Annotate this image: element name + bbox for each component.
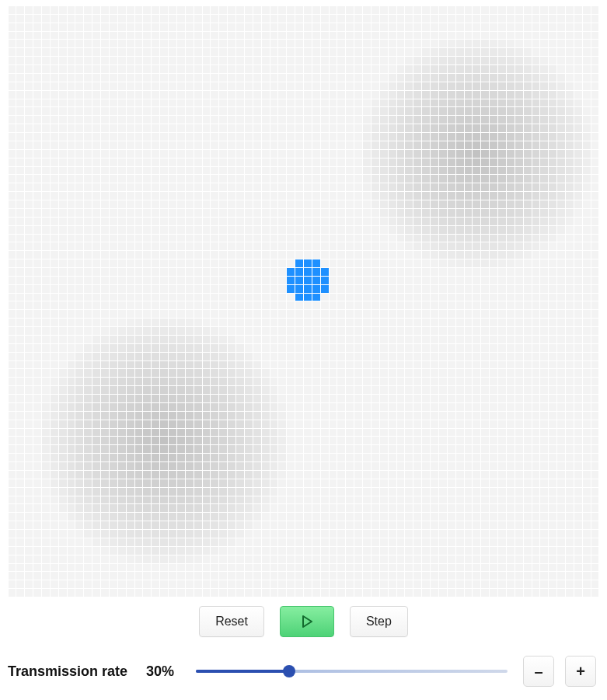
grid-cell[interactable]: [422, 74, 430, 82]
grid-cell[interactable]: [557, 454, 565, 461]
grid-cell[interactable]: [278, 445, 286, 453]
grid-cell[interactable]: [321, 445, 329, 453]
grid-cell[interactable]: [337, 353, 345, 360]
grid-cell[interactable]: [524, 353, 532, 360]
grid-cell[interactable]: [448, 369, 455, 377]
grid-cell[interactable]: [354, 40, 362, 47]
grid-cell[interactable]: [92, 218, 100, 225]
grid-cell[interactable]: [515, 242, 523, 250]
grid-cell[interactable]: [169, 40, 176, 47]
grid-cell[interactable]: [397, 564, 405, 572]
grid-cell[interactable]: [304, 235, 312, 242]
grid-cell[interactable]: [456, 378, 464, 385]
grid-cell[interactable]: [16, 336, 24, 343]
grid-cell[interactable]: [583, 479, 591, 487]
grid-cell[interactable]: [515, 429, 523, 437]
grid-cell[interactable]: [524, 301, 532, 309]
grid-cell[interactable]: [431, 235, 438, 242]
grid-cell[interactable]: [270, 412, 278, 420]
grid-cell[interactable]: [278, 504, 286, 512]
grid-cell[interactable]: [9, 209, 16, 217]
grid-cell[interactable]: [591, 378, 599, 385]
grid-cell[interactable]: [473, 277, 480, 284]
grid-cell[interactable]: [59, 15, 67, 23]
grid-cell[interactable]: [253, 369, 261, 377]
grid-cell[interactable]: [25, 183, 33, 191]
grid-cell[interactable]: [143, 319, 151, 326]
grid-cell[interactable]: [25, 445, 33, 453]
grid-cell[interactable]: [515, 285, 523, 293]
grid-cell[interactable]: [321, 259, 329, 267]
grid-cell[interactable]: [481, 175, 489, 183]
grid-cell[interactable]: [397, 218, 405, 225]
grid-cell[interactable]: [532, 378, 540, 385]
grid-cell[interactable]: [92, 547, 100, 555]
grid-cell[interactable]: [253, 150, 261, 158]
grid-cell[interactable]: [245, 48, 253, 56]
grid-cell[interactable]: [557, 513, 565, 521]
grid-cell[interactable]: [490, 589, 497, 597]
grid-cell[interactable]: [583, 504, 591, 512]
grid-cell[interactable]: [549, 175, 556, 183]
grid-cell[interactable]: [346, 488, 354, 496]
grid-cell[interactable]: [177, 107, 185, 115]
grid-cell[interactable]: [524, 496, 532, 504]
grid-cell[interactable]: [321, 395, 329, 402]
grid-cell[interactable]: [540, 32, 548, 40]
grid-cell[interactable]: [549, 454, 556, 461]
grid-cell[interactable]: [389, 504, 396, 512]
grid-cell[interactable]: [245, 353, 253, 360]
grid-cell[interactable]: [287, 32, 295, 40]
grid-cell[interactable]: [566, 242, 574, 250]
grid-cell[interactable]: [574, 209, 582, 217]
grid-cell[interactable]: [253, 572, 261, 580]
grid-cell[interactable]: [75, 116, 83, 124]
grid-cell[interactable]: [574, 40, 582, 47]
grid-cell[interactable]: [363, 513, 371, 521]
grid-cell[interactable]: [194, 65, 202, 73]
grid-cell[interactable]: [439, 471, 447, 479]
grid-cell[interactable]: [152, 488, 159, 496]
grid-cell[interactable]: [490, 555, 497, 563]
grid-cell[interactable]: [262, 572, 270, 580]
grid-cell[interactable]: [110, 124, 117, 132]
grid-cell[interactable]: [304, 488, 312, 496]
grid-cell[interactable]: [465, 124, 473, 132]
grid-cell[interactable]: [507, 259, 515, 267]
grid-cell[interactable]: [439, 530, 447, 538]
grid-cell[interactable]: [101, 386, 109, 394]
grid-cell[interactable]: [363, 175, 371, 183]
grid-cell[interactable]: [405, 175, 413, 183]
grid-cell[interactable]: [566, 99, 574, 107]
grid-cell[interactable]: [490, 107, 497, 115]
grid-cell[interactable]: [431, 40, 438, 47]
grid-cell[interactable]: [389, 200, 396, 208]
grid-cell[interactable]: [405, 251, 413, 259]
grid-cell[interactable]: [152, 259, 159, 267]
grid-cell[interactable]: [456, 471, 464, 479]
grid-cell[interactable]: [574, 395, 582, 402]
grid-cell[interactable]: [262, 471, 270, 479]
grid-cell[interactable]: [566, 167, 574, 175]
grid-cell[interactable]: [262, 336, 270, 343]
grid-cell[interactable]: [295, 589, 303, 597]
grid-cell[interactable]: [397, 65, 405, 73]
grid-cell[interactable]: [490, 319, 497, 326]
grid-cell[interactable]: [25, 437, 33, 444]
grid-cell[interactable]: [143, 361, 151, 369]
grid-cell[interactable]: [186, 192, 194, 200]
grid-cell[interactable]: [42, 57, 50, 64]
grid-cell[interactable]: [92, 167, 100, 175]
grid-cell[interactable]: [110, 251, 117, 259]
grid-cell[interactable]: [372, 429, 379, 437]
grid-cell[interactable]: [422, 369, 430, 377]
grid-cell[interactable]: [456, 301, 464, 309]
grid-cell[interactable]: [84, 547, 92, 555]
grid-cell[interactable]: [118, 395, 126, 402]
grid-cell[interactable]: [51, 454, 58, 461]
grid-cell[interactable]: [16, 555, 24, 563]
grid-cell[interactable]: [413, 530, 421, 538]
grid-cell[interactable]: [490, 268, 497, 276]
grid-cell[interactable]: [245, 175, 253, 183]
grid-cell[interactable]: [194, 462, 202, 470]
